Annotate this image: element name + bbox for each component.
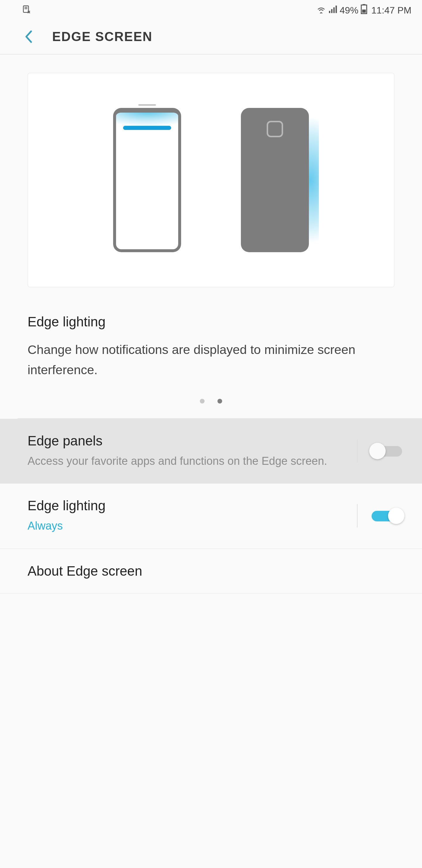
edge-panels-row[interactable]: Edge panels Access your favorite apps an… [0, 419, 422, 484]
nr-app-icon [22, 5, 31, 16]
svg-rect-7 [362, 10, 366, 13]
phone-front-illustration [113, 108, 181, 252]
page-title: EDGE SCREEN [52, 29, 152, 44]
preview-card[interactable] [28, 73, 394, 287]
back-button[interactable] [21, 29, 36, 44]
edge-lighting-title: Edge lighting [28, 498, 348, 514]
edge-panels-title: Edge panels [28, 433, 348, 449]
divider [357, 439, 358, 463]
edge-lighting-subtitle: Always [28, 518, 348, 534]
preview-description: Change how notifications are displayed t… [28, 340, 394, 380]
edge-panels-subtitle: Access your favorite apps and functions … [28, 453, 348, 469]
phone-back-illustration [241, 108, 309, 252]
preview-title: Edge lighting [28, 314, 394, 330]
status-bar: 49% 11:47 PM [0, 0, 422, 19]
cellular-icon [328, 5, 337, 16]
edge-lighting-toggle[interactable] [369, 507, 404, 524]
pager-dot [200, 399, 204, 403]
edge-panels-toggle[interactable] [369, 443, 404, 459]
svg-rect-4 [335, 6, 337, 13]
about-title: About Edge screen [28, 563, 404, 579]
svg-rect-1 [329, 11, 330, 13]
battery-pct-text: 49% [339, 5, 358, 16]
svg-rect-2 [331, 9, 333, 13]
pager-dot [218, 399, 222, 403]
svg-rect-3 [333, 7, 335, 13]
about-row[interactable]: About Edge screen [0, 549, 422, 593]
wifi-icon [316, 5, 326, 16]
edge-lighting-row[interactable]: Edge lighting Always [0, 484, 422, 549]
page-indicator[interactable] [0, 399, 422, 403]
battery-icon [361, 4, 367, 17]
app-header: EDGE SCREEN [0, 19, 422, 55]
clock-text: 11:47 PM [371, 5, 412, 16]
settings-list: Edge panels Access your favorite apps an… [0, 419, 422, 593]
back-chevron-icon [24, 30, 33, 43]
divider [357, 504, 358, 528]
